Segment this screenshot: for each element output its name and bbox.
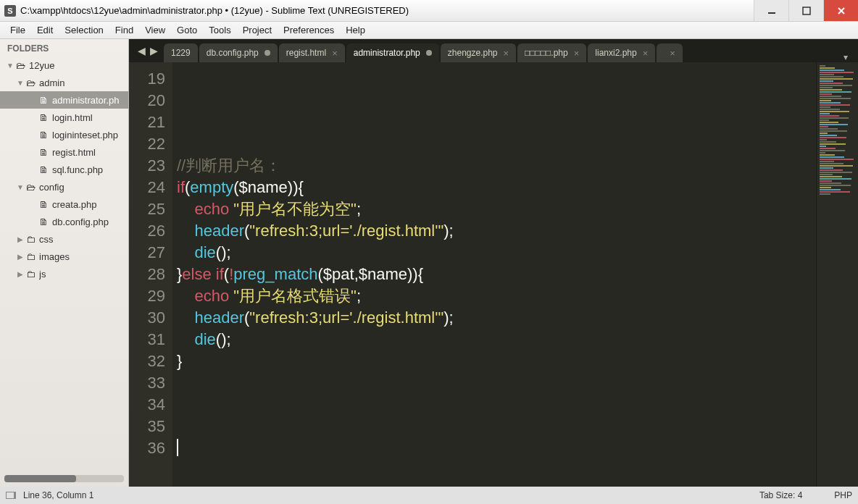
minimap-line — [820, 70, 844, 71]
panel-toggle-icon[interactable] — [6, 492, 16, 499]
line-number: 22 — [129, 133, 165, 155]
line-number: 24 — [129, 177, 165, 198]
close-icon[interactable]: × — [670, 48, 675, 59]
svg-rect-0 — [768, 12, 775, 14]
tab-label: zhengze.php — [448, 48, 498, 58]
menu-item-file[interactable]: File — [4, 23, 31, 37]
menu-item-find[interactable]: Find — [109, 23, 139, 37]
tab[interactable]: zhengze.php× — [441, 43, 516, 62]
code-token: "用户名格式错误" — [233, 287, 357, 305]
tab[interactable]: regist.html× — [279, 43, 345, 62]
code-line — [177, 90, 816, 112]
menu-item-goto[interactable]: Goto — [171, 23, 203, 37]
maximize-button[interactable] — [788, 0, 823, 21]
tab-truncated[interactable]: 1229 — [164, 43, 198, 62]
file-item[interactable]: 🗎db.config.php — [0, 213, 128, 230]
file-item[interactable]: 🗎logininteset.php — [0, 126, 128, 143]
tab[interactable]: administrator.php — [346, 43, 439, 62]
nav-back-icon[interactable]: ◀ — [138, 45, 146, 56]
file-item[interactable]: 🗎administrator.ph — [0, 91, 128, 109]
code-line: }else if(!preg_match($pat,$name)){ — [177, 264, 816, 285]
code-token: die — [194, 243, 215, 261]
folder-item[interactable]: ▶🗀js — [0, 265, 128, 282]
tree-expand-icon[interactable]: ▶ — [16, 235, 25, 243]
minimap-line — [820, 89, 842, 91]
file-item[interactable]: 🗎sql.func.php — [0, 161, 128, 178]
folder-icon: 🗁 — [25, 77, 36, 88]
minimap-line — [820, 119, 829, 121]
code-line: die(); — [177, 329, 816, 350]
tree-expand-icon[interactable]: ▶ — [16, 253, 25, 261]
code-line: //判断用户名： — [177, 155, 816, 177]
tab-close-icon[interactable]: × — [332, 48, 338, 59]
file-tree[interactable]: ▼🗁12yue▼🗁admin🗎administrator.ph🗎login.ht… — [0, 56, 128, 472]
tree-expand-icon[interactable]: ▶ — [16, 270, 25, 278]
minimap-line — [820, 154, 835, 156]
code-token: header — [194, 308, 244, 327]
file-item[interactable]: 🗎regist.html — [0, 143, 128, 161]
status-syntax[interactable]: PHP — [834, 490, 852, 500]
minimap-line — [820, 159, 854, 160]
file-item[interactable]: 🗎login.html — [0, 109, 128, 126]
tree-collapse-icon[interactable]: ▼ — [16, 79, 25, 87]
menu-item-edit[interactable]: Edit — [31, 23, 59, 37]
tab-close-icon[interactable]: × — [574, 48, 580, 59]
minimap-line — [820, 178, 851, 180]
code-line: header("refresh:3;url='./regist.html'"); — [177, 307, 816, 329]
tab-overflow-icon[interactable]: ▾ — [833, 52, 858, 62]
code-editor[interactable]: //判断用户名：if(empty($name)){ echo "用户名不能为空"… — [172, 62, 816, 487]
menu-item-view[interactable]: View — [139, 23, 171, 37]
tab-dirty-icon — [426, 50, 432, 56]
tab[interactable]: lianxi2.php× — [588, 43, 655, 62]
menu-item-selection[interactable]: Selection — [59, 23, 109, 37]
folder-item[interactable]: ▼🗁admin — [0, 74, 128, 91]
tab-close-group[interactable]: × — [657, 43, 683, 62]
tree-collapse-icon[interactable]: ▼ — [6, 62, 14, 70]
nav-forward-icon[interactable]: ▶ — [150, 45, 158, 56]
folder-item[interactable]: ▶🗀images — [0, 248, 128, 265]
tree-label: images — [39, 251, 70, 262]
tab[interactable]: □□□□□.php× — [517, 43, 586, 62]
sidebar-scrollbar[interactable] — [4, 475, 124, 482]
minimap-line — [820, 135, 837, 136]
code-line: header("refresh:3;url='./regist.html'"); — [177, 220, 816, 242]
tree-collapse-icon[interactable]: ▼ — [16, 183, 25, 191]
menu-item-project[interactable]: Project — [237, 23, 278, 37]
code-line — [177, 394, 816, 416]
tab-label: lianxi2.php — [595, 48, 636, 58]
status-tabsize[interactable]: Tab Size: 4 — [759, 490, 802, 500]
minimap-line — [820, 106, 830, 108]
tab-close-icon[interactable]: × — [504, 48, 509, 59]
code-token: echo — [194, 287, 229, 305]
minimap-line — [820, 104, 850, 106]
minimap[interactable] — [816, 62, 858, 487]
close-button[interactable] — [823, 0, 858, 21]
menu-item-preferences[interactable]: Preferences — [278, 23, 340, 37]
folder-item[interactable]: ▼🗁config — [0, 178, 128, 196]
minimap-line — [820, 165, 853, 167]
line-number: 32 — [129, 350, 165, 372]
code-token: (); — [216, 330, 231, 348]
menu-item-tools[interactable]: Tools — [203, 23, 236, 37]
minimap-line — [820, 100, 831, 101]
minimap-line — [820, 191, 850, 193]
minimap-line — [820, 193, 830, 195]
tree-label: js — [39, 269, 46, 280]
menu-item-help[interactable]: Help — [340, 23, 371, 37]
editor-area: ◀ ▶ 1229db.config.phpregist.html×adminis… — [129, 39, 858, 487]
folder-item[interactable]: ▼🗁12yue — [0, 56, 128, 74]
minimap-line — [820, 65, 825, 67]
minimap-line — [820, 133, 828, 134]
menu-bar: FileEditSelectionFindViewGotoToolsProjec… — [0, 22, 858, 39]
file-item[interactable]: 🗎creata.php — [0, 196, 128, 213]
tab-close-icon[interactable]: × — [643, 48, 649, 59]
minimize-button[interactable] — [754, 0, 788, 21]
line-number: 20 — [129, 90, 165, 112]
minimap-line — [820, 74, 834, 75]
line-number: 23 — [129, 155, 165, 177]
code-line — [177, 416, 816, 437]
line-number: 31 — [129, 329, 165, 350]
minimap-line — [820, 117, 849, 119]
tab[interactable]: db.config.php — [199, 43, 278, 62]
folder-item[interactable]: ▶🗀css — [0, 230, 128, 248]
